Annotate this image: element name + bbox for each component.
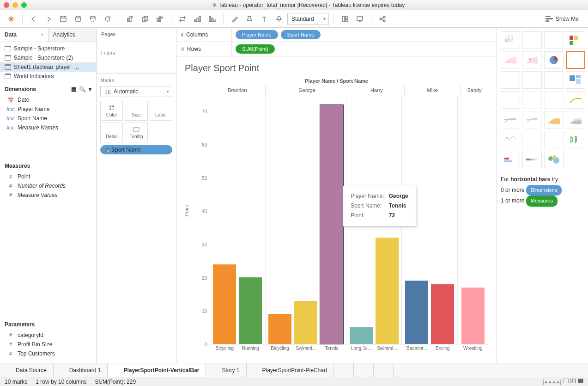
new-worksheet-tab[interactable]: [334, 363, 354, 377]
sort-desc-button[interactable]: [206, 12, 218, 25]
viz-type-thumb[interactable]: [544, 91, 564, 109]
sheet-tab[interactable]: PlayerSportPoint-PieChart: [247, 363, 334, 377]
datasource-item[interactable]: Sample - Superstore: [0, 44, 96, 53]
column-pill[interactable]: Sport Name: [281, 30, 321, 39]
group-button[interactable]: [243, 12, 256, 25]
player-header[interactable]: Sandy: [460, 86, 488, 95]
text-label-button[interactable]: [258, 12, 271, 25]
field-item[interactable]: 📅Date: [0, 95, 96, 104]
marks-tooltip-button[interactable]: Tooltip: [125, 123, 147, 142]
player-header[interactable]: Harry: [349, 86, 405, 95]
viz-type-thumb[interactable]: [501, 111, 520, 129]
refresh-button[interactable]: [101, 12, 114, 25]
field-item[interactable]: #Point: [0, 172, 96, 181]
field-item[interactable]: #Profit Bin Size: [0, 340, 96, 349]
column-pill[interactable]: Player Name: [236, 30, 278, 39]
tableau-logo-icon[interactable]: [5, 12, 18, 25]
field-item[interactable]: #Number of Records: [0, 181, 96, 190]
show-me-button[interactable]: Show Me: [541, 14, 583, 24]
viz-type-thumb[interactable]: [544, 71, 564, 89]
new-worksheet-button[interactable]: [124, 12, 137, 25]
new-story-tab[interactable]: [374, 363, 394, 377]
field-item[interactable]: #Measure Values: [0, 190, 96, 200]
bar[interactable]: [268, 314, 291, 344]
viz-type-thumb[interactable]: [522, 31, 542, 49]
columns-shelf[interactable]: Player NameSport Name: [232, 28, 497, 42]
viz-type-thumb[interactable]: [566, 111, 585, 129]
viz-type-thumb[interactable]: [501, 51, 520, 69]
viz-type-thumb[interactable]: 123abc: [501, 31, 520, 49]
redo-button[interactable]: [42, 12, 55, 25]
field-item[interactable]: AbcSport Name: [0, 114, 96, 123]
viz-type-thumb[interactable]: [501, 131, 520, 148]
bar[interactable]: [376, 238, 399, 344]
analytics-tab[interactable]: Analytics◦: [48, 28, 97, 42]
bar[interactable]: [213, 264, 236, 344]
field-item[interactable]: AbcPlayer Name: [0, 104, 96, 114]
viz-type-thumb[interactable]: [501, 71, 520, 89]
viz-type-thumb[interactable]: [501, 151, 520, 168]
viz-type-thumb[interactable]: [566, 31, 585, 49]
marks-detail-button[interactable]: Detail: [100, 123, 123, 142]
share-button[interactable]: [376, 12, 389, 25]
viz-type-thumb[interactable]: [566, 131, 585, 148]
presentation-button[interactable]: [353, 12, 366, 25]
player-header[interactable]: Mike: [404, 86, 460, 95]
bar[interactable]: [320, 105, 343, 344]
bar[interactable]: [350, 327, 373, 344]
pause-autoupdate-button[interactable]: [86, 12, 99, 25]
rows-shelf[interactable]: SUM(Point): [232, 42, 497, 56]
maximize-window-button[interactable]: [21, 2, 27, 8]
player-header[interactable]: Brandon: [210, 86, 265, 95]
sheet-tab[interactable]: Data Source: [0, 363, 54, 377]
pin-button[interactable]: [273, 12, 285, 25]
bar[interactable]: [405, 281, 428, 344]
marks-type-selector[interactable]: ▯▯Automatic: [100, 86, 172, 97]
viz-type-thumb[interactable]: [566, 71, 585, 89]
view-mode-3[interactable]: [578, 379, 583, 383]
viz-type-thumb[interactable]: [522, 51, 542, 69]
duplicate-sheet-button[interactable]: [139, 12, 152, 25]
viz-type-thumb[interactable]: [522, 71, 542, 89]
view-mode-1[interactable]: [563, 379, 569, 383]
new-dashboard-tab[interactable]: [354, 363, 374, 377]
minimize-window-button[interactable]: [12, 2, 18, 8]
marks-label-button[interactable]: TLabel: [150, 101, 172, 121]
viz-type-thumb[interactable]: [566, 91, 585, 109]
bar[interactable]: [294, 301, 317, 344]
data-tab[interactable]: Data▾: [0, 28, 48, 42]
viz-title[interactable]: Player Sport Point: [185, 63, 488, 74]
show-cards-button[interactable]: [339, 12, 352, 25]
close-window-button[interactable]: [4, 2, 9, 8]
datasource-item[interactable]: Sheet1 (tableau_player_...: [0, 62, 96, 72]
clear-sheet-button[interactable]: [153, 12, 166, 25]
undo-button[interactable]: [27, 12, 40, 25]
sort-asc-button[interactable]: [191, 12, 204, 25]
viz-type-thumb[interactable]: [522, 91, 542, 109]
marks-color-button[interactable]: Color: [100, 101, 123, 121]
highlight-button[interactable]: [228, 12, 241, 25]
filters-shelf[interactable]: Filters: [97, 46, 176, 74]
viz-type-thumb[interactable]: [522, 111, 542, 129]
view-mode-2[interactable]: [570, 379, 576, 383]
sheet-tab[interactable]: PlayerSportPoint-VerticalBar: [108, 363, 206, 377]
field-item[interactable]: AbcMeasure Names: [0, 123, 96, 132]
viz-type-thumb[interactable]: [501, 91, 520, 109]
viz-type-thumb[interactable]: [544, 111, 564, 129]
new-datasource-button[interactable]: [72, 12, 85, 25]
viz-type-thumb[interactable]: [544, 151, 564, 168]
swap-button[interactable]: [176, 12, 189, 25]
search-icon[interactable]: 🔍: [79, 86, 86, 92]
viz-type-thumb[interactable]: [566, 51, 585, 69]
viz-type-thumb[interactable]: [544, 31, 564, 49]
field-item[interactable]: #categoryId: [0, 331, 96, 340]
row-pill[interactable]: SUM(Point): [236, 44, 275, 54]
viz-type-thumb[interactable]: [522, 131, 542, 148]
viz-type-thumb[interactable]: [544, 131, 564, 148]
field-item[interactable]: #Top Customers: [0, 349, 96, 358]
viz-type-thumb[interactable]: [544, 51, 564, 69]
player-header[interactable]: George: [265, 86, 349, 95]
view-as-icon[interactable]: ▦: [71, 86, 76, 92]
bar[interactable]: [431, 284, 454, 344]
datasource-item[interactable]: World Indicators: [0, 72, 96, 81]
